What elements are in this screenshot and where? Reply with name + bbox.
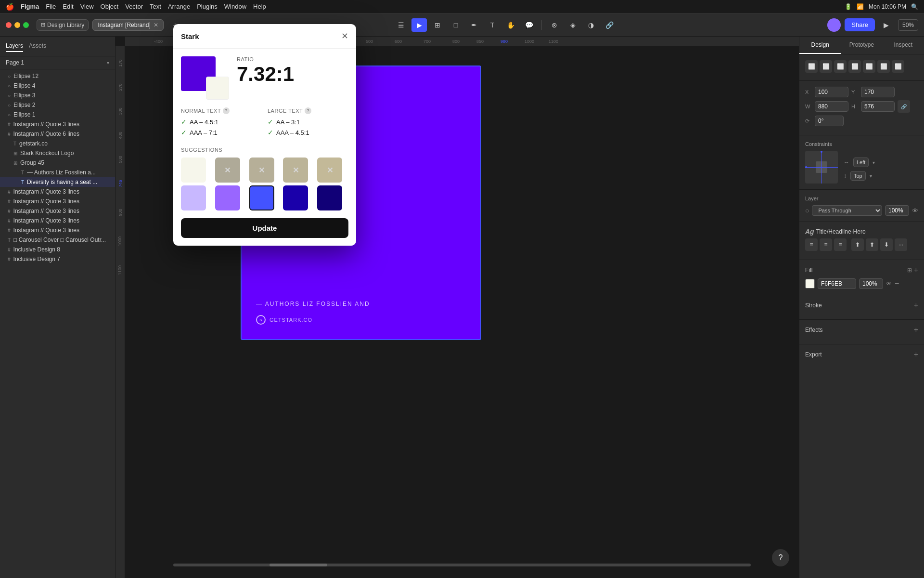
- align-bottom-btn[interactable]: ⬜: [877, 60, 890, 73]
- close-window-btn[interactable]: [6, 22, 12, 28]
- color-option-0[interactable]: [181, 158, 206, 183]
- play-btn[interactable]: ▶: [879, 18, 894, 32]
- menu-toggle-btn[interactable]: ☰: [393, 18, 409, 32]
- pen-tool-btn[interactable]: ✒: [466, 18, 482, 32]
- normal-text-help[interactable]: ?: [223, 107, 230, 114]
- visibility-toggle[interactable]: 👁: [912, 207, 918, 214]
- shape-tool-btn[interactable]: □: [448, 18, 463, 32]
- layer-group45[interactable]: ⊞ Group 45: [0, 158, 115, 168]
- layer-ellipse3[interactable]: ○ Ellipse 3: [0, 91, 115, 100]
- menu-arrange[interactable]: Arrange: [168, 3, 190, 10]
- color-option-4[interactable]: ✕: [317, 158, 342, 183]
- fill-color-swatch[interactable]: [805, 279, 815, 289]
- layer-carousel[interactable]: T □ Carousel Cover □ Carousel Outr...: [0, 235, 115, 245]
- color-option-6[interactable]: [215, 185, 240, 210]
- align-left-text-btn[interactable]: ≡: [805, 238, 818, 251]
- layer-inclusive8[interactable]: # Inclusive Design 8: [0, 245, 115, 254]
- help-button[interactable]: ?: [772, 549, 789, 566]
- y-input[interactable]: [861, 87, 895, 97]
- large-text-help[interactable]: ?: [305, 107, 311, 114]
- tab-close-btn[interactable]: ✕: [154, 22, 158, 28]
- transform-btn[interactable]: ⊗: [547, 18, 562, 32]
- color-option-8[interactable]: [283, 185, 308, 210]
- menu-plugins[interactable]: Plugins: [197, 3, 218, 10]
- frame-tool-btn[interactable]: ⊞: [430, 18, 445, 32]
- hand-tool-btn[interactable]: ✋: [503, 18, 518, 32]
- align-bottom-text-btn[interactable]: ⬇: [880, 238, 893, 251]
- w-input[interactable]: [815, 101, 848, 112]
- align-right-btn[interactable]: ⬜: [834, 60, 847, 73]
- align-center-text-btn[interactable]: ≡: [820, 238, 832, 251]
- layer-inclusive7[interactable]: # Inclusive Design 7: [0, 254, 115, 264]
- stroke-add-btn[interactable]: +: [914, 301, 918, 310]
- tab-inspect[interactable]: Inspect: [883, 37, 924, 54]
- h-constraint-dropdown[interactable]: Left: [853, 158, 869, 167]
- user-avatar[interactable]: [827, 18, 841, 32]
- tab-assets[interactable]: Assets: [29, 40, 46, 52]
- menu-figma[interactable]: Figma: [21, 3, 39, 10]
- color-option-9[interactable]: [317, 185, 342, 210]
- menu-text[interactable]: Text: [150, 3, 161, 10]
- layer-ellipse4[interactable]: ○ Ellipse 4: [0, 81, 115, 91]
- layer-quote6[interactable]: # Instagram // Quote 6 lines: [0, 129, 115, 139]
- text-tool-btn[interactable]: T: [485, 18, 500, 32]
- align-center-h-btn[interactable]: ⬜: [820, 60, 832, 73]
- share-button[interactable]: Share: [845, 18, 875, 31]
- layer-authors[interactable]: T — Authors Liz Fosslien a...: [0, 168, 115, 177]
- menu-vector[interactable]: Vector: [125, 3, 143, 10]
- modal-close-btn[interactable]: ✕: [341, 31, 348, 41]
- layer-diversity[interactable]: T Diversity is having a seat ...: [0, 177, 115, 187]
- v-constraint-dropdown[interactable]: Top: [850, 171, 866, 181]
- component-btn[interactable]: ◈: [565, 18, 580, 32]
- align-center-v-btn[interactable]: ⬜: [863, 60, 875, 73]
- color-option-3[interactable]: ✕: [283, 158, 308, 183]
- scrollbar-thumb[interactable]: [270, 564, 327, 566]
- opacity-input[interactable]: [885, 205, 909, 216]
- fill-opacity-input[interactable]: [859, 278, 883, 289]
- color-option-1[interactable]: ✕: [215, 158, 240, 183]
- active-tab[interactable]: Instagram [Rebrand] ✕: [92, 19, 163, 31]
- more-text-btn[interactable]: ···: [895, 238, 907, 251]
- fill-more-btn[interactable]: ⊞: [907, 266, 912, 275]
- fill-visibility-btn[interactable]: 👁: [886, 280, 892, 287]
- layer-quote3f[interactable]: # Instagram // Quote 3 lines: [0, 225, 115, 235]
- select-tool-btn[interactable]: ▶: [411, 18, 427, 32]
- blend-mode-select[interactable]: Pass Through: [812, 205, 882, 216]
- layer-stark-logo[interactable]: ⊞ Stark Knockout Logo: [0, 148, 115, 158]
- maximize-window-btn[interactable]: [23, 22, 29, 28]
- menu-help[interactable]: Help: [253, 3, 266, 10]
- fill-remove-btn[interactable]: −: [895, 279, 899, 288]
- layer-getstark[interactable]: T getstark.co: [0, 139, 115, 148]
- comment-tool-btn[interactable]: 💬: [521, 18, 537, 32]
- menu-file[interactable]: File: [46, 3, 56, 10]
- color-option-2[interactable]: ✕: [249, 158, 274, 183]
- stark-modal[interactable]: Stark ✕ RATIO 7.32:1 NORMAL TEXT: [173, 24, 356, 246]
- fill-hex-input[interactable]: [818, 278, 856, 289]
- layer-ellipse12[interactable]: ○ Ellipse 12: [0, 71, 115, 81]
- x-input[interactable]: [815, 87, 848, 97]
- color-option-5[interactable]: [181, 185, 206, 210]
- lock-ratio-btn[interactable]: 🔗: [898, 100, 910, 113]
- tab-design[interactable]: Design: [799, 37, 841, 54]
- tab-prototype[interactable]: Prototype: [841, 37, 882, 54]
- link-btn[interactable]: 🔗: [602, 18, 617, 32]
- layer-quote3[interactable]: # Instagram // Quote 3 lines: [0, 119, 115, 129]
- update-button[interactable]: Update: [181, 218, 348, 238]
- horizontal-scrollbar[interactable]: [173, 564, 751, 566]
- menu-object[interactable]: Object: [101, 3, 119, 10]
- minimize-window-btn[interactable]: [14, 22, 20, 28]
- align-middle-text-btn[interactable]: ⬆: [866, 238, 878, 251]
- h-input[interactable]: [861, 101, 895, 112]
- layer-quote3e[interactable]: # Instagram // Quote 3 lines: [0, 216, 115, 225]
- layer-quote3d[interactable]: # Instagram // Quote 3 lines: [0, 206, 115, 216]
- align-top-text-btn[interactable]: ⬆: [851, 238, 864, 251]
- page-selector[interactable]: Page 1 ▾: [0, 56, 115, 69]
- angle-input[interactable]: [815, 116, 844, 126]
- menu-window[interactable]: Window: [224, 3, 246, 10]
- layer-quote3c[interactable]: # Instagram // Quote 3 lines: [0, 197, 115, 206]
- layer-ellipse1[interactable]: ○ Ellipse 1: [0, 110, 115, 119]
- tab-layers[interactable]: Layers: [6, 40, 23, 52]
- apple-menu[interactable]: 🍎: [6, 3, 14, 11]
- zoom-control[interactable]: 50%: [898, 19, 918, 31]
- design-library-label[interactable]: Design Library: [47, 22, 84, 28]
